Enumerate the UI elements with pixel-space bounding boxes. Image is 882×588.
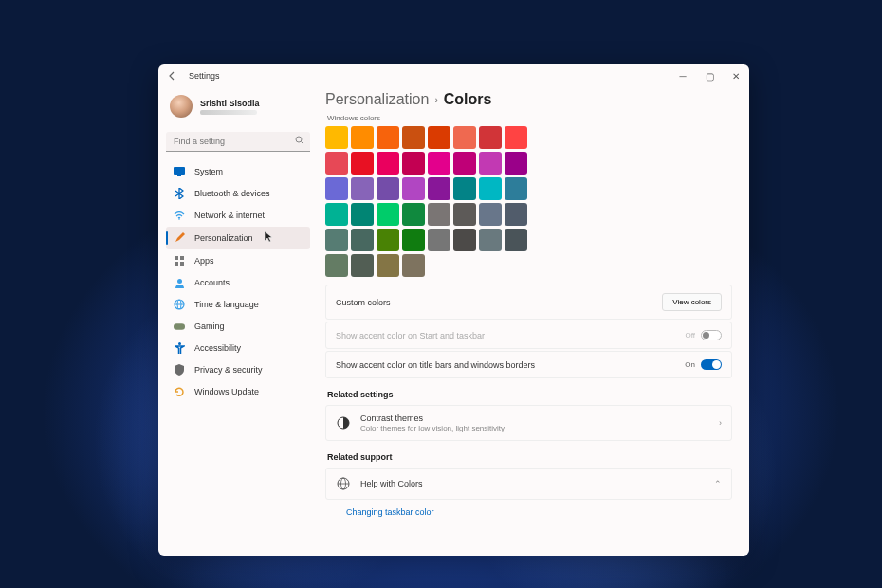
color-swatch[interactable] <box>428 126 450 149</box>
changing-taskbar-color-link[interactable]: Changing taskbar color <box>325 502 732 523</box>
color-swatch[interactable] <box>351 254 374 277</box>
color-swatch[interactable] <box>505 177 527 200</box>
accent-titlebars-row: Show accent color on title bars and wind… <box>325 351 732 378</box>
cursor-icon <box>265 231 273 245</box>
color-swatch[interactable] <box>351 229 374 251</box>
color-swatch[interactable] <box>479 126 502 149</box>
sidebar-item-label: Time & language <box>194 300 259 309</box>
color-swatch[interactable] <box>377 254 399 277</box>
avatar <box>170 95 193 118</box>
bluetooth-icon <box>174 188 185 199</box>
back-button[interactable] <box>166 71 179 81</box>
apps-icon <box>174 255 185 266</box>
color-swatch[interactable] <box>428 203 450 226</box>
minimize-button[interactable]: ─ <box>677 71 689 82</box>
color-swatch[interactable] <box>453 203 476 226</box>
profile-name: Srishti Sisodia <box>200 99 260 108</box>
contrast-themes-sub: Color themes for low vision, light sensi… <box>360 424 505 432</box>
color-swatch[interactable] <box>402 203 425 226</box>
color-swatch[interactable] <box>428 177 450 200</box>
color-swatch[interactable] <box>505 203 527 226</box>
titlebar: Settings ─ ▢ ✕ <box>158 64 749 87</box>
sidebar-item-gaming[interactable]: Gaming <box>166 316 310 337</box>
sidebar-item-personalization[interactable]: Personalization <box>166 227 310 249</box>
breadcrumb-current: Colors <box>444 91 492 108</box>
color-swatch[interactable] <box>505 229 527 251</box>
accent-start-taskbar-state: Off <box>685 331 695 340</box>
color-swatch[interactable] <box>351 126 374 149</box>
sidebar-item-privacy-security[interactable]: Privacy & security <box>166 359 310 380</box>
sidebar-item-apps[interactable]: Apps <box>166 250 310 271</box>
color-swatch[interactable] <box>325 126 348 149</box>
color-swatch[interactable] <box>428 152 450 175</box>
color-swatch[interactable] <box>479 177 502 200</box>
color-swatch[interactable] <box>479 229 502 251</box>
search-box[interactable] <box>166 131 310 152</box>
color-swatch[interactable] <box>479 152 502 175</box>
search-icon <box>295 136 304 147</box>
svg-rect-5 <box>175 256 178 260</box>
color-swatch[interactable] <box>505 126 527 149</box>
contrast-themes-row[interactable]: Contrast themes Color themes for low vis… <box>325 405 732 441</box>
sidebar-item-label: Network & internet <box>194 211 265 220</box>
color-swatch[interactable] <box>402 254 425 277</box>
color-swatch[interactable] <box>402 126 425 149</box>
color-swatch[interactable] <box>479 203 502 226</box>
time-language-icon <box>174 299 185 310</box>
accent-titlebars-label: Show accent color on title bars and wind… <box>336 360 535 370</box>
breadcrumb-parent[interactable]: Personalization <box>325 91 429 108</box>
accent-titlebars-toggle[interactable] <box>701 359 722 370</box>
svg-rect-13 <box>174 323 185 329</box>
color-swatch[interactable] <box>402 177 425 200</box>
profile[interactable]: Srishti Sisodia <box>166 91 310 127</box>
color-swatch[interactable] <box>377 152 399 175</box>
color-swatch[interactable] <box>351 203 374 226</box>
color-swatch[interactable] <box>453 177 476 200</box>
svg-rect-2 <box>174 167 185 175</box>
svg-rect-7 <box>175 262 178 266</box>
color-swatch[interactable] <box>377 229 399 251</box>
sidebar-item-label: Privacy & security <box>194 365 263 375</box>
network-icon <box>174 210 185 221</box>
maximize-button[interactable]: ▢ <box>704 71 715 82</box>
close-button[interactable]: ✕ <box>730 71 742 82</box>
accent-start-taskbar-toggle <box>701 330 722 340</box>
sidebar-item-label: Personalization <box>194 233 253 243</box>
custom-colors-row: Custom colors View colors <box>325 285 732 320</box>
color-swatch[interactable] <box>351 152 374 175</box>
color-swatch[interactable] <box>453 126 476 149</box>
sidebar-item-windows-update[interactable]: Windows Update <box>166 381 310 402</box>
sidebar-item-bluetooth-devices[interactable]: Bluetooth & devices <box>166 183 310 204</box>
color-swatch[interactable] <box>325 177 348 200</box>
help-colors-row[interactable]: Help with Colors ⌃ <box>325 468 732 500</box>
sidebar-item-time-language[interactable]: Time & language <box>166 294 310 315</box>
profile-email-redacted <box>200 110 257 115</box>
windows-colors-label: Windows colors <box>327 114 732 122</box>
color-swatch[interactable] <box>325 203 348 226</box>
sidebar-item-system[interactable]: System <box>166 161 310 182</box>
color-swatch[interactable] <box>402 152 425 175</box>
settings-window: Settings ─ ▢ ✕ Srishti Sisodia SystemBlu <box>158 64 749 556</box>
sidebar-item-network-internet[interactable]: Network & internet <box>166 205 310 226</box>
svg-rect-8 <box>180 262 184 266</box>
sidebar: Srishti Sisodia SystemBluetooth & device… <box>158 87 318 556</box>
color-swatch[interactable] <box>377 126 399 149</box>
sidebar-item-accounts[interactable]: Accounts <box>166 272 310 293</box>
help-colors-title: Help with Colors <box>360 479 423 488</box>
color-swatch[interactable] <box>377 203 399 226</box>
view-colors-button[interactable]: View colors <box>662 293 722 311</box>
color-swatch[interactable] <box>428 229 450 251</box>
search-input[interactable] <box>166 132 310 152</box>
color-swatch[interactable] <box>325 229 348 251</box>
sidebar-item-accessibility[interactable]: Accessibility <box>166 338 310 358</box>
color-swatch[interactable] <box>453 229 476 251</box>
svg-point-4 <box>178 218 180 220</box>
color-swatch[interactable] <box>505 152 527 175</box>
color-swatch[interactable] <box>325 152 348 175</box>
color-swatch[interactable] <box>351 177 374 200</box>
color-swatch[interactable] <box>402 229 425 251</box>
accessibility-icon <box>174 342 185 354</box>
color-swatch[interactable] <box>453 152 476 175</box>
color-swatch[interactable] <box>325 254 348 277</box>
color-swatch[interactable] <box>377 177 399 200</box>
